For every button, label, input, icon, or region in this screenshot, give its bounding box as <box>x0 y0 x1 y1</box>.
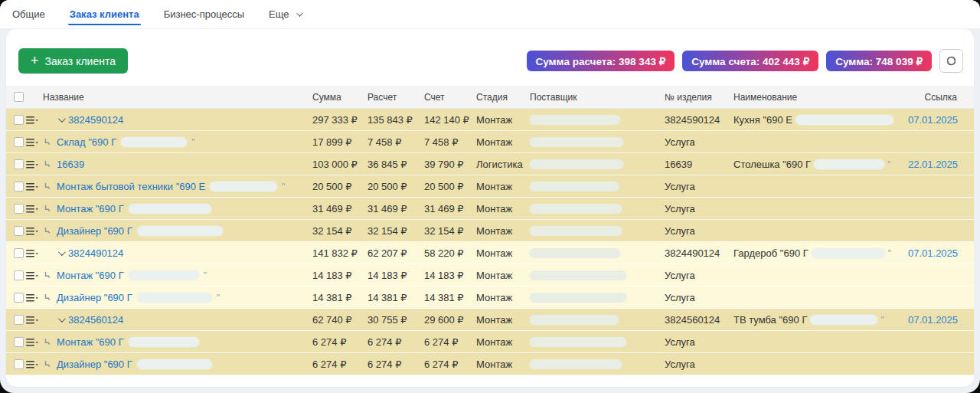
col-header-item[interactable]: Наименование <box>729 92 908 103</box>
cell-name: Монтаж "690 Г" <box>43 270 305 281</box>
redacted-text <box>530 226 622 236</box>
col-header-name[interactable]: Название <box>43 92 305 103</box>
tab-zakaz-klienta[interactable]: Заказ клиента <box>68 0 141 28</box>
collapse-chevron-icon[interactable] <box>58 115 66 123</box>
row-menu-button[interactable] <box>26 271 43 280</box>
cell-product-no: Услуга <box>660 225 729 237</box>
row-date-link[interactable]: 07.01.2025 <box>908 314 958 326</box>
cell-product-no: 16639 <box>660 159 729 170</box>
collapse-chevron-icon[interactable] <box>58 315 66 323</box>
col-header-supplier[interactable]: Поставщик <box>525 92 660 103</box>
col-header-sum[interactable]: Сумма <box>305 92 361 103</box>
cell-name: Монтаж "690 Г <box>43 336 305 348</box>
row-checkbox[interactable] <box>14 315 24 325</box>
row-checkbox[interactable] <box>14 115 24 125</box>
add-order-button[interactable]: + Заказ клиента <box>18 48 128 74</box>
table-row: 382456012462 740 ₽30 755 ₽29 600 ₽Монтаж… <box>6 309 974 331</box>
cell-calc: 20 500 ₽ <box>361 181 418 192</box>
row-date-link[interactable]: 07.01.2025 <box>908 247 958 259</box>
row-date-link[interactable]: 22.01.2025 <box>908 159 958 170</box>
row-menu-button[interactable] <box>26 205 43 214</box>
redacted-text <box>129 270 199 280</box>
sum-total-badge: Сумма: 748 039 ₽ <box>826 51 932 71</box>
cell-invoice: 142 140 ₽ <box>418 114 472 126</box>
cell-supplier <box>525 270 660 280</box>
row-checkbox[interactable] <box>14 182 24 192</box>
cell-sum: 6 274 ₽ <box>305 336 361 348</box>
tab-eshche[interactable]: Еще <box>267 0 302 28</box>
row-checkbox[interactable] <box>14 337 24 347</box>
col-header-invoice[interactable]: Счет <box>418 92 472 103</box>
row-menu-button[interactable] <box>26 249 43 258</box>
redacted-text <box>530 293 626 303</box>
col-header-product-no[interactable]: № изделия <box>660 92 729 103</box>
row-checkbox[interactable] <box>14 248 24 258</box>
select-all-checkbox[interactable] <box>14 92 24 102</box>
cell-sum: 6 274 ₽ <box>305 359 361 370</box>
row-date-link[interactable]: 07.01.2025 <box>908 114 958 126</box>
cell-item: ТВ тумба "690 Г" <box>729 314 908 326</box>
cell-calc: 135 843 ₽ <box>361 114 418 126</box>
row-name-link[interactable]: 3824560124 <box>68 314 123 326</box>
row-menu-button[interactable] <box>26 116 43 125</box>
cell-calc: 6 274 ₽ <box>361 336 418 348</box>
cell-stage: Монтаж <box>472 270 525 281</box>
cell-supplier <box>525 337 660 347</box>
cell-name: Дизайнер "690 Г <box>43 225 305 237</box>
row-menu-button[interactable] <box>26 138 43 147</box>
cell-product-no: Услуга <box>660 292 729 303</box>
row-checkbox[interactable] <box>14 359 24 369</box>
redacted-suffix: " <box>191 137 194 148</box>
redacted-text <box>530 204 622 214</box>
burger-menu-icon <box>26 205 38 214</box>
cell-stage: Монтаж <box>472 114 525 126</box>
sub-item-arrow-icon <box>44 227 52 235</box>
refresh-button[interactable] <box>939 49 963 73</box>
row-name-link[interactable]: 3824490124 <box>68 247 123 259</box>
row-menu-button[interactable] <box>26 338 43 347</box>
cell-sum: 17 899 ₽ <box>305 136 361 148</box>
row-name-link[interactable]: 3824590124 <box>68 114 123 126</box>
cell-invoice: 29 600 ₽ <box>418 314 472 326</box>
sub-item-arrow-icon <box>44 360 52 368</box>
row-name-link[interactable]: Дизайнер "690 Г <box>57 225 132 237</box>
redacted-suffix: " <box>204 270 207 281</box>
row-name-link[interactable]: Дизайнер "690 Г <box>57 292 132 303</box>
row-name-link[interactable]: Склад "690 Г <box>57 136 116 148</box>
row-menu-button[interactable] <box>26 360 43 369</box>
row-checkbox[interactable] <box>14 159 24 169</box>
redacted-suffix: " <box>880 315 884 326</box>
row-menu-button[interactable] <box>26 316 43 325</box>
row-menu-button[interactable] <box>26 160 43 169</box>
collapse-chevron-icon[interactable] <box>58 248 66 256</box>
cell-item: Кухня "690 Е <box>729 114 908 126</box>
row-name-link[interactable]: Монтаж "690 Г <box>57 336 124 348</box>
col-header-link[interactable]: Ссылка <box>908 92 974 103</box>
row-name-link[interactable]: Дизайнер "690 Г <box>57 359 132 370</box>
row-checkbox[interactable] <box>14 293 24 303</box>
row-name-link[interactable]: 16639 <box>57 159 84 170</box>
row-menu-button[interactable] <box>26 227 43 236</box>
tab-obshchie[interactable]: Общие <box>11 0 47 28</box>
cell-stage: Монтаж <box>472 314 525 326</box>
row-name-link[interactable]: Монтаж "690 Г <box>57 203 124 215</box>
row-name-link[interactable]: Монтаж "690 Г <box>57 270 124 281</box>
row-menu-button[interactable] <box>26 182 43 192</box>
cell-link: 22.01.2025 <box>908 159 974 170</box>
cell-sum: 31 469 ₽ <box>305 203 361 215</box>
tab-biznes-protsessy[interactable]: Бизнес-процессы <box>162 0 246 28</box>
col-header-stage[interactable]: Стадия <box>472 92 525 103</box>
row-checkbox[interactable] <box>14 204 24 214</box>
col-header-calc[interactable]: Расчет <box>361 92 418 103</box>
cell-invoice: 32 154 ₽ <box>418 225 472 237</box>
row-checkbox[interactable] <box>14 137 24 147</box>
cell-checkbox <box>6 204 26 214</box>
row-name-link[interactable]: Монтаж бытовой техники "690 Е <box>57 181 205 192</box>
row-checkbox[interactable] <box>14 226 24 236</box>
cell-calc: 30 755 ₽ <box>361 314 418 326</box>
row-checkbox[interactable] <box>14 270 24 280</box>
redacted-text <box>810 315 877 325</box>
cell-product-no: Услуга <box>660 181 729 192</box>
cell-calc: 36 845 ₽ <box>361 159 418 170</box>
row-menu-button[interactable] <box>26 293 43 303</box>
